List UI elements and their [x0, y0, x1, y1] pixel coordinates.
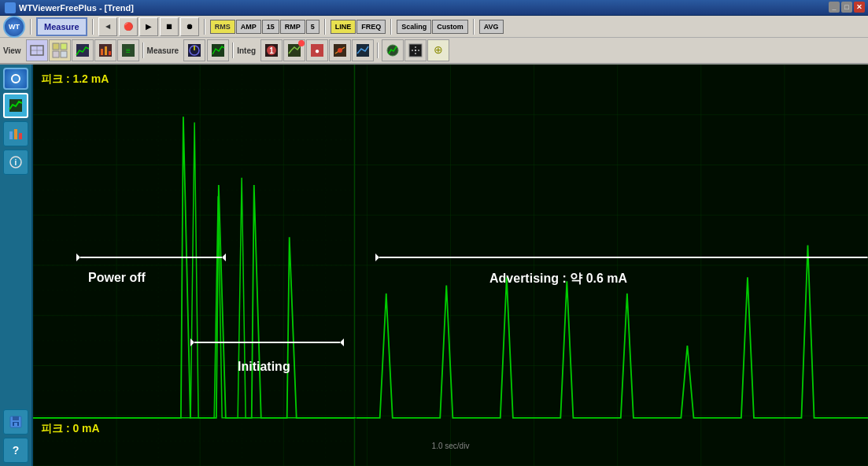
num-15-status[interactable]: 15	[262, 20, 279, 34]
svg-rect-3	[53, 43, 59, 50]
toolbar-separator-3	[204, 19, 205, 35]
sidebar-save-icon[interactable]	[3, 409, 28, 435]
view-label: View	[3, 46, 21, 55]
sidebar-icon-3[interactable]: i	[3, 150, 28, 175]
extra-icon-1[interactable]	[382, 39, 404, 61]
app-icon	[5, 2, 16, 13]
svg-marker-47	[190, 338, 194, 346]
initiating-label: Initiating	[238, 360, 290, 374]
nav-icon-2[interactable]: 🔴	[119, 17, 138, 36]
toolbar-separator-1	[30, 19, 31, 35]
nav-icon-3[interactable]: ▶	[139, 17, 158, 36]
toolbar-separator-2	[92, 19, 94, 35]
avg-status[interactable]: AVG	[479, 20, 504, 34]
integ-icon-4[interactable]	[329, 39, 351, 61]
power-off-label: Power off	[88, 271, 146, 285]
svg-rect-6	[61, 51, 67, 57]
scaling-pills: Scaling Custom	[397, 20, 468, 34]
svg-text:●: ●	[315, 46, 319, 55]
svg-point-26	[338, 48, 342, 53]
svg-rect-42	[14, 423, 17, 426]
view-icon-2[interactable]	[49, 39, 71, 61]
peak-top-label: 피크 : 1.2 mA	[41, 72, 109, 87]
measure-row2-label: Measure	[147, 46, 179, 55]
titlebar-controls: _ □ ✕	[829, 2, 865, 13]
svg-rect-4	[61, 43, 67, 50]
svg-text:1: 1	[269, 46, 274, 55]
integ-label: Integ	[237, 46, 256, 55]
nav-icon-5[interactable]: ⏺	[180, 17, 199, 36]
rms-status[interactable]: RMS	[210, 20, 235, 34]
integ-icon-group: 1 ●	[260, 39, 374, 61]
power-off-arrow	[72, 246, 230, 269]
sidebar-logo	[3, 68, 28, 90]
close-button[interactable]: ✕	[854, 2, 865, 13]
measure-icon-1[interactable]	[183, 39, 205, 61]
svg-text:≡: ≡	[126, 46, 131, 55]
svg-rect-21	[288, 44, 301, 57]
svg-text:i: i	[15, 158, 17, 167]
toolbar-separator-5	[390, 19, 392, 35]
integ-icon-1[interactable]: 1	[260, 39, 283, 61]
toolbar: WT Measure ◀ 🔴 ▶ ⏹ ⏺ RMS AMP 15 RMP 5 LI…	[0, 16, 868, 65]
nav-icon-4[interactable]: ⏹	[160, 17, 179, 36]
nav-icons: ◀ 🔴 ▶ ⏹ ⏺	[98, 17, 199, 36]
rmp-status[interactable]: RMP	[280, 20, 305, 34]
toolbar-row1: WT Measure ◀ 🔴 ▶ ⏹ ⏺ RMS AMP 15 RMP 5 LI…	[0, 16, 868, 38]
row2-separator-1	[142, 43, 144, 58]
integ-icon-5[interactable]	[352, 39, 374, 61]
main-area: i ? 피크 : 1.2 mA 피크 : 0 mA Power off	[0, 65, 868, 466]
extra-icon-2[interactable]	[404, 39, 427, 61]
advertising-arrow	[371, 246, 868, 269]
timescale-label: 1.0 sec/div	[432, 442, 470, 450]
titlebar: WTViewerFreePlus - [Trend] _ □ ✕	[0, 0, 868, 16]
svg-rect-7	[76, 44, 89, 57]
titlebar-title: WTViewerFreePlus - [Trend]	[19, 3, 134, 13]
view-icon-3[interactable]	[72, 39, 94, 61]
svg-marker-44	[76, 253, 80, 261]
integ-icon-3[interactable]: ●	[306, 39, 328, 61]
measure-icon-2[interactable]	[207, 39, 229, 61]
svg-rect-5	[53, 51, 59, 57]
app-logo: WT	[3, 16, 25, 38]
svg-rect-10	[105, 46, 107, 55]
num-5-status[interactable]: 5	[306, 20, 319, 34]
peak-bottom-label: 피크 : 0 mA	[41, 422, 100, 436]
initiating-arrow	[187, 331, 348, 354]
svg-rect-34	[9, 131, 13, 139]
sidebar-icon-2[interactable]	[3, 121, 28, 146]
nav-icon-1[interactable]: ◀	[98, 17, 117, 36]
svg-rect-11	[109, 51, 111, 55]
line-status[interactable]: LINE	[331, 20, 356, 34]
svg-marker-50	[375, 253, 379, 261]
toolbar-row2: View ≡ Measure	[0, 38, 868, 63]
svg-rect-40	[13, 416, 19, 420]
toolbar-separator-6	[473, 19, 475, 35]
svg-marker-48	[340, 338, 344, 346]
line-freq-pills: LINE FREQ	[331, 20, 386, 34]
sidebar-icon-1[interactable]	[3, 93, 28, 118]
status-pills: RMS AMP 15 RMP 5	[210, 20, 319, 34]
row2-separator-2	[232, 43, 234, 58]
svg-rect-9	[101, 49, 103, 55]
minimize-button[interactable]: _	[829, 2, 840, 13]
svg-rect-35	[14, 129, 17, 139]
svg-text:⊕: ⊕	[434, 43, 443, 56]
view-icon-4[interactable]	[94, 39, 116, 61]
scaling-status[interactable]: Scaling	[397, 20, 431, 34]
freq-status[interactable]: FREQ	[356, 20, 386, 34]
maximize-button[interactable]: □	[841, 2, 852, 13]
view-icon-5[interactable]: ≡	[117, 39, 139, 61]
sidebar-help-icon[interactable]: ?	[3, 438, 28, 463]
amp-status[interactable]: AMP	[236, 20, 261, 34]
sidebar: i ?	[0, 65, 33, 466]
advertising-label: Advertising : 약 0.6 mA	[489, 271, 627, 287]
row2-separator-3	[377, 43, 379, 58]
view-icon-group: ≡	[26, 39, 139, 61]
integ-icon-2[interactable]	[283, 39, 305, 61]
view-icon-1[interactable]	[26, 39, 48, 61]
svg-rect-36	[19, 133, 22, 139]
measure-menu-button[interactable]: Measure	[36, 17, 87, 36]
extra-icon-3[interactable]: ⊕	[427, 39, 449, 61]
custom-status[interactable]: Custom	[432, 20, 468, 34]
